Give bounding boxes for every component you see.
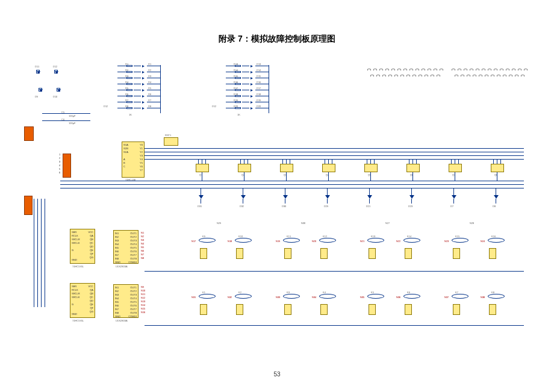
db25-connector-2 bbox=[452, 69, 524, 82]
led-icon bbox=[141, 95, 146, 98]
connector-pin bbox=[515, 75, 518, 76]
relay-contact bbox=[236, 304, 243, 315]
connector-pin bbox=[391, 69, 395, 70]
relay-contact bbox=[453, 248, 460, 259]
pin-num: 3 bbox=[59, 160, 60, 163]
led-icon bbox=[141, 65, 146, 67]
led-ref: D10 bbox=[53, 95, 57, 98]
ic-shift-reg-2: SER RCLK SRCLR SRCLK G GND VCC QA QB QC … bbox=[70, 283, 95, 318]
connector-pin bbox=[488, 69, 491, 70]
connector-pin bbox=[521, 75, 524, 76]
relay-coil-icon bbox=[367, 238, 384, 243]
diode-icon bbox=[199, 195, 204, 199]
pin-num: 6 bbox=[59, 171, 60, 174]
led-icon bbox=[141, 71, 146, 73]
relay-contact bbox=[369, 304, 376, 315]
relay-contact bbox=[405, 304, 412, 315]
connector-j3 bbox=[24, 196, 33, 215]
bus-device bbox=[238, 164, 251, 172]
relay-coil-icon bbox=[488, 238, 505, 243]
ic-shift-reg-1: SER RCLK SRCLR SRCLK G GND VCC QA QB QC … bbox=[70, 229, 95, 264]
led-icon bbox=[141, 83, 146, 86]
connector-pin bbox=[440, 69, 443, 70]
connector-pin bbox=[388, 75, 392, 76]
connector-pin bbox=[509, 75, 512, 76]
connector-pin bbox=[422, 69, 425, 70]
wire bbox=[45, 199, 45, 307]
led-icon bbox=[141, 101, 146, 104]
diode-icon bbox=[494, 195, 499, 199]
led-icon bbox=[249, 107, 254, 110]
connector-pin bbox=[473, 75, 476, 76]
relay-contact bbox=[405, 248, 412, 259]
connector-pin bbox=[518, 69, 521, 70]
connector-pin bbox=[367, 69, 371, 70]
wire bbox=[41, 199, 42, 307]
relay-coil-icon bbox=[403, 238, 420, 243]
relay-coil-icon bbox=[283, 238, 300, 243]
diode-icon bbox=[409, 195, 414, 199]
reset-block bbox=[164, 137, 178, 146]
schematic-title: 附录 7：模拟故障控制板原理图 bbox=[219, 34, 335, 45]
wire bbox=[145, 152, 524, 152]
ic-driver-1: IN1 IN2 IN3 IN4 IN5 IN6 IN7 IN8 GND OUT1… bbox=[113, 230, 138, 264]
relay-coil-icon bbox=[199, 294, 216, 299]
diode-icon bbox=[283, 195, 288, 199]
connector-pin bbox=[458, 69, 461, 70]
connector-pin bbox=[464, 69, 467, 70]
connector-pin bbox=[452, 69, 455, 70]
bus-device bbox=[364, 164, 378, 172]
connector-pin bbox=[506, 69, 509, 70]
relay-contact bbox=[320, 248, 328, 259]
led-icon bbox=[249, 101, 254, 104]
led-icon bbox=[36, 70, 40, 73]
connector-pin bbox=[500, 69, 503, 70]
connector-pin bbox=[467, 75, 470, 76]
connector-pin bbox=[406, 75, 410, 76]
relay-contact bbox=[236, 248, 243, 259]
led-ref: D9 bbox=[35, 95, 38, 98]
connector-pin bbox=[425, 75, 428, 76]
bus-device bbox=[280, 164, 293, 172]
bus-device bbox=[491, 164, 504, 172]
wire bbox=[42, 120, 90, 121]
relay-contact bbox=[369, 248, 376, 259]
relay-coil-icon bbox=[488, 294, 505, 299]
relay-contact bbox=[200, 304, 207, 315]
relay-contact bbox=[489, 304, 496, 315]
connector-pin bbox=[437, 75, 440, 76]
db25-connector-1 bbox=[367, 69, 446, 82]
connector-pin bbox=[397, 69, 401, 70]
led-icon bbox=[249, 83, 254, 86]
relay-contact bbox=[489, 248, 496, 259]
connector-pin bbox=[419, 75, 422, 76]
connector-pin bbox=[497, 75, 500, 76]
relay-coil-icon bbox=[452, 294, 468, 299]
connector-pin bbox=[412, 75, 416, 76]
relay-contact bbox=[284, 248, 291, 259]
wire bbox=[145, 325, 524, 326]
connector-pin bbox=[434, 69, 437, 70]
connector-pin bbox=[491, 75, 494, 76]
wire bbox=[145, 155, 524, 156]
led-icon bbox=[249, 65, 254, 67]
connector-pin bbox=[379, 69, 383, 70]
ic-decoder: G1A G2B G2A A B C Y0 Y1 Y2 Y3 Y4 Y5 Y6 Y… bbox=[122, 142, 145, 178]
connector-pin bbox=[400, 75, 404, 76]
cap-value: 100pF bbox=[69, 114, 75, 117]
led-icon bbox=[57, 88, 60, 92]
connector-pin bbox=[494, 69, 497, 70]
connector-pin bbox=[385, 69, 389, 70]
relay-coil-icon bbox=[235, 294, 252, 299]
wire bbox=[34, 199, 34, 307]
connector-pin bbox=[482, 69, 485, 70]
bus-device bbox=[406, 164, 420, 172]
connector-pin bbox=[479, 75, 482, 76]
connector-pin bbox=[382, 75, 386, 76]
connector-pin bbox=[524, 69, 528, 70]
cap-ref: C5 bbox=[61, 111, 64, 114]
ic-driver-2: IN1 IN2 IN3 IN4 IN5 IN6 IN7 IN8 GND OUT1… bbox=[113, 284, 138, 318]
relay-coil-icon bbox=[319, 238, 336, 243]
pin-num: 1 bbox=[59, 153, 60, 156]
led-icon bbox=[249, 71, 254, 73]
